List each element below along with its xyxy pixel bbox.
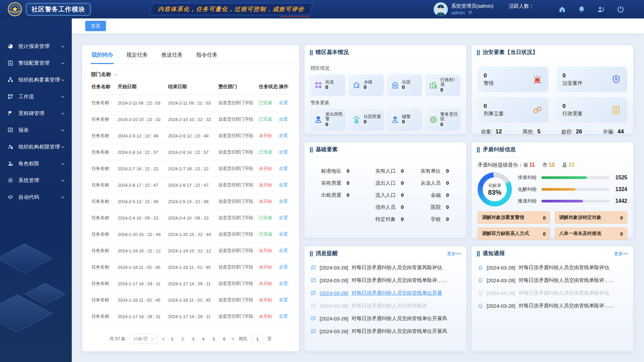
department-filter[interactable]: 部门名称 (91, 71, 290, 78)
tab-command-tasks[interactable]: 指令任务 (196, 47, 218, 64)
tab-required-tasks[interactable]: 规定任务 (126, 47, 149, 64)
stat-label: 行政村/居 (440, 77, 458, 87)
status-badge: 未开始 (259, 248, 272, 253)
dispute-button-late-push[interactable]: 八单一表未及时推送0 (555, 228, 627, 240)
page-4[interactable]: 4 (200, 337, 206, 342)
table-row: 任务名称2024-2-8 14 : 22 : 572024-2-8 14 : 2… (91, 144, 290, 161)
status-badge: 未开始 (259, 166, 272, 171)
basic-stat: 学校0 (414, 216, 459, 223)
message-item[interactable]: [2024-03-28]对每日涉矛盾纠纷人员交由管线单位开展风 (311, 315, 460, 322)
task-name: 任务名称 (91, 128, 117, 144)
user-name[interactable]: admin (451, 9, 465, 16)
message-item[interactable]: [2024-03-28]对每日涉矛盾纠纷人员交由管线单险评…… (311, 277, 460, 284)
comment-icon (311, 265, 316, 270)
sidebar-item-label: 组织机构要素管理 (18, 77, 61, 83)
bell-icon[interactable] (578, 5, 586, 13)
handle-link[interactable]: 处置 (279, 314, 288, 319)
end-date: 2024-1-17 14 : 29 : 11 (167, 308, 218, 325)
next-page-button[interactable]: > (231, 336, 234, 342)
status-badge: 已完成 (259, 117, 272, 122)
message-item[interactable]: [2024-03-28]对每日涉矛盾纠纷人员交由管线单位开展 (311, 290, 460, 296)
handle-link[interactable]: 处置 (279, 232, 288, 237)
stat-card-street: 街道0 (311, 74, 345, 96)
sidebar-item-milestone[interactable]: 里程碑管理 (0, 105, 72, 122)
handle-link[interactable]: 处置 (279, 297, 288, 302)
stat-value: 0 (440, 122, 458, 127)
message-item[interactable]: [2024-03-28]对每日涉矛盾纠纷人员交由管险评 (311, 303, 460, 309)
page-1[interactable]: 1 (169, 337, 175, 342)
stat-label: 警务责任区 (440, 112, 458, 122)
stat-label: 社区 (402, 80, 411, 85)
tab-home[interactable]: 首页 (85, 21, 106, 31)
stat-card-alerts: 0警情 (478, 67, 548, 92)
table-row: 任务名称2024-1-19 15 : 22 : 122024-1-19 15 :… (91, 243, 290, 259)
stat-label: 刑事立案 (484, 111, 504, 117)
handle-link[interactable]: 处置 (279, 199, 288, 204)
sidebar-item-workflow[interactable]: 工作流 (0, 88, 72, 105)
start-date: 2024-2-11 09 : 22 : 03 (117, 95, 167, 111)
page-5[interactable]: 5 (211, 337, 217, 342)
more-link[interactable]: 更多>> (614, 251, 628, 257)
end-date: 2024-2-7 16 : 22 : 22 (167, 161, 218, 177)
user-role-icon (7, 161, 13, 167)
county-count: 13 (569, 162, 575, 168)
switch-user-icon[interactable] (467, 10, 473, 15)
page-6[interactable]: 6 (221, 337, 227, 342)
chevron-down-icon (151, 337, 154, 341)
notice-item[interactable]: [2024-03-28]对每日涉矛盾纠纷人员交由管线单险评估 (478, 264, 627, 271)
province-count: 11 (529, 162, 535, 168)
task-name: 任务名称 (91, 111, 117, 128)
message-item[interactable]: [2024-03-28]对每日涉矛盾纠纷人员交由管线单位开展风 (311, 328, 460, 335)
sidebar-item-report[interactable]: 报表 (0, 122, 72, 138)
power-icon[interactable] (616, 5, 625, 13)
status-badge: 已完成 (259, 232, 272, 237)
handle-link[interactable]: 处置 (279, 133, 288, 138)
handle-link[interactable]: 处置 (279, 149, 288, 155)
police-area-icon (429, 115, 438, 124)
prev-page-button[interactable]: < (162, 336, 165, 342)
message-item[interactable]: [2024-03-28]对每日涉矛盾纠纷人员交由管展风险评估 (311, 264, 460, 271)
bell-outline-icon (478, 265, 483, 270)
sidebar-item-role-perms[interactable]: 角色权限 (0, 155, 72, 172)
handle-link[interactable]: 处置 (279, 117, 288, 122)
handle-link[interactable]: 处置 (279, 166, 288, 171)
handle-link[interactable]: 处置 (279, 182, 288, 187)
sidebar-item-system[interactable]: 系统管理 (0, 172, 72, 189)
dispute-button-specific-targets[interactable]: 调解对象涉特定对象0 (555, 212, 627, 224)
section-label: 警务要素 (311, 100, 460, 106)
notice-item[interactable]: [2024-03-28]对每日涉矛盾纠纷人员交由管线单险评…… (478, 303, 627, 309)
sidebar-item-label: 报表 (18, 127, 61, 133)
basic-stat: 出租房屋0 (312, 192, 360, 198)
tab-pushed-tasks[interactable]: 推送任务 (161, 47, 183, 64)
basic-stat: 金融0 (414, 192, 459, 198)
user-avatar[interactable] (434, 2, 448, 16)
page-size-select[interactable]: 10条/页 (130, 334, 158, 344)
home-icon[interactable] (558, 5, 566, 13)
user-list-icon[interactable] (597, 5, 605, 13)
page-3[interactable]: 3 (190, 337, 196, 342)
department: 这是责任部门字段 (218, 177, 258, 193)
sidebar-item-org-perms[interactable]: 组织机构权限管理 (0, 138, 72, 155)
dispute-button-missing-contact[interactable]: 调解双方缺联系人方式0 (478, 228, 550, 240)
basic-stat: 从业人员0 (414, 180, 459, 186)
handle-link[interactable]: 处置 (279, 248, 288, 253)
sidebar-item-autocode[interactable]: 自动代码 (0, 189, 72, 205)
page-2[interactable]: 2 (179, 337, 185, 342)
sidebar-item-police-config[interactable]: 警综配置管理 (0, 55, 72, 71)
notice-item[interactable]: [2024-03-28]对每日涉矛盾纠纷人员交由管线单险评估 (478, 290, 627, 296)
handle-link[interactable]: 处置 (279, 264, 288, 269)
dispute-button-repeat-alerts[interactable]: 调解对象涉重复警情0 (478, 212, 550, 224)
more-link[interactable]: 更多>> (447, 251, 461, 257)
sidebar-item-stats-report[interactable]: 统计报表管理 (0, 38, 72, 55)
handle-link[interactable]: 处置 (279, 100, 288, 105)
handle-link[interactable]: 处置 (279, 215, 288, 220)
sidebar-item-org-elements[interactable]: 组织机构要素管理 (0, 71, 72, 88)
sidebar-item-label: 角色权限 (18, 161, 61, 167)
task-name: 任务名称 (91, 95, 117, 111)
tab-my-todo[interactable]: 我的待办 (91, 47, 114, 64)
goto-page-input[interactable] (252, 335, 263, 343)
notice-item[interactable]: [2024-03-28]对每日涉矛盾纠纷人员交由管线单险评…… (478, 277, 627, 284)
end-date: 2024-2-11 09 : 22 : 03 (167, 95, 218, 111)
handle-link[interactable]: 处置 (279, 281, 288, 286)
task-name: 任务名称 (91, 243, 117, 259)
